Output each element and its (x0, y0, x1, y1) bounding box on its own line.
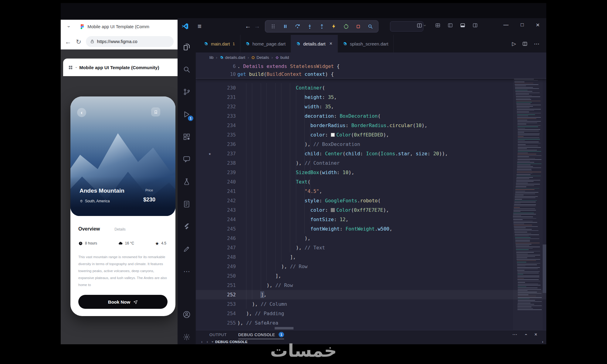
code-line[interactable]: 250 ], (196, 271, 546, 281)
breadcrumb-method[interactable]: build (275, 55, 289, 60)
back-button[interactable]: ← (65, 39, 71, 45)
line-number[interactable]: 6 (196, 62, 236, 70)
nav-back-icon[interactable]: ← (245, 23, 251, 30)
activity-chat[interactable] (179, 152, 194, 167)
panel-maximize-icon[interactable]: › (523, 334, 528, 335)
tree-scroll-chevron-icon[interactable]: › (542, 340, 543, 344)
activity-account[interactable] (179, 307, 194, 322)
code-line[interactable]: 254 ), // Padding (196, 309, 546, 318)
code-line[interactable]: 246 ), (196, 234, 546, 243)
editor-layout-dropdown[interactable]: › (416, 22, 426, 29)
code-line[interactable]: 249 ), // Row (196, 262, 546, 271)
activity-source-control[interactable] (179, 85, 194, 99)
color-swatch[interactable] (331, 133, 335, 137)
code-line[interactable]: 253 ), // Column (196, 299, 546, 309)
tree-item-debug-console[interactable]: › DEBUG CONSOLE (212, 340, 248, 344)
panel-more-icon[interactable]: ⋯ (512, 332, 517, 337)
activity-testing[interactable] (179, 174, 194, 189)
code-line[interactable]: 10get build(BuildContext context) { (196, 70, 546, 78)
code-line[interactable]: 241 "4.5", (196, 187, 546, 196)
line-number[interactable]: 242 (196, 196, 236, 205)
code-line[interactable]: 235 color: Color(0xffEDEDED), (196, 130, 546, 140)
line-number[interactable]: 248 (196, 252, 236, 262)
code-line[interactable]: 238 ), // Container (196, 158, 546, 168)
reload-button[interactable]: ↻ (76, 39, 81, 45)
line-number[interactable]: 247 (196, 243, 236, 252)
restart-icon[interactable] (340, 21, 352, 32)
nav-forward-icon[interactable]: → (254, 23, 260, 30)
line-number[interactable]: 252 (196, 290, 236, 299)
code-line[interactable]: ★237 child: Center(child: Icon(Icons.sta… (196, 149, 546, 158)
hot-reload-icon[interactable] (328, 21, 340, 32)
line-number[interactable]: 250 (196, 271, 236, 281)
figma-file-dropdown-icon[interactable]: › (74, 67, 78, 68)
line-number[interactable]: 254 (196, 309, 236, 318)
chevron-right-icon[interactable]: › (207, 340, 208, 344)
code-line[interactable]: 232 width: 35, (196, 102, 546, 111)
breadcrumb-lib[interactable]: lib (209, 55, 214, 60)
breadcrumb-class[interactable]: Details (251, 55, 269, 60)
line-number[interactable]: 10 (196, 70, 236, 78)
line-number[interactable]: 240 (196, 177, 236, 187)
panel-close-icon[interactable]: × (534, 332, 537, 337)
more-actions-button[interactable]: ⋯ (534, 40, 540, 47)
panel-tab-debug-console[interactable]: DEBUG CONSOLE 1 (238, 330, 284, 339)
tab-details-dart[interactable]: details.dart × (291, 35, 338, 52)
maximize-button[interactable]: □ (521, 22, 524, 28)
chevron-right-icon[interactable]: › (201, 340, 202, 344)
code-line[interactable]: 6. Details extends StatelessWidget { (196, 62, 546, 70)
code-lines[interactable]: 230 Container(231 height: 35,232 width: … (196, 79, 546, 330)
code-line[interactable]: 234 borderRadius: BorderRadius.circular(… (196, 121, 546, 130)
line-number[interactable]: 251 (196, 281, 236, 290)
line-number[interactable]: 255 (196, 318, 236, 328)
panel-tab-output[interactable]: OUTPUT (209, 332, 227, 337)
tab-home-page-dart[interactable]: home_page.dart (240, 35, 291, 52)
line-number[interactable]: 246 (196, 234, 236, 243)
design-phone-mockup[interactable]: ‹ Andes Mountain Price South, America $2… (70, 96, 175, 316)
line-number[interactable]: 236 (196, 140, 236, 149)
code-line[interactable]: 230 Container( (196, 83, 546, 93)
toggle-sidebar-left-icon[interactable] (447, 22, 453, 28)
code-line[interactable]: 244 fontSize: 12, (196, 215, 546, 224)
run-button[interactable]: ▷ (512, 41, 516, 47)
activity-flutter[interactable] (179, 219, 194, 234)
color-swatch[interactable] (331, 208, 335, 212)
code-line[interactable]: 240 Text( (196, 177, 546, 187)
line-number[interactable]: 235 (196, 130, 236, 140)
code-line[interactable]: 231 height: 35, (196, 93, 546, 102)
activity-settings[interactable] (179, 330, 194, 344)
activity-edit[interactable] (179, 242, 194, 256)
tab-main-dart[interactable]: main.dart 1 (199, 35, 240, 52)
line-number[interactable]: 238 (196, 158, 236, 168)
activity-search[interactable] (179, 62, 194, 77)
code-editor[interactable]: 6. Details extends StatelessWidget {10ge… (196, 62, 546, 330)
line-number[interactable]: 231 (196, 93, 236, 102)
code-line[interactable]: 245 fontWeight: FontWeight.w500, (196, 224, 546, 234)
address-bar[interactable]: https://www.figma.co (86, 36, 174, 47)
code-line[interactable]: 242 style: GoogleFonts.roboto( (196, 196, 546, 205)
line-number[interactable]: 253 (196, 299, 236, 309)
code-line[interactable]: 251 ), // Row (196, 281, 546, 290)
code-line[interactable]: 252 ], (196, 290, 546, 299)
activity-run-debug[interactable]: 1 (179, 107, 194, 122)
line-number[interactable]: 230 (196, 83, 236, 93)
line-number[interactable]: 244 (196, 215, 236, 224)
code-line[interactable]: 236 ), // BoxDecoration (196, 140, 546, 149)
customize-layout-icon[interactable] (435, 22, 441, 28)
step-into-icon[interactable] (304, 21, 316, 32)
line-number[interactable]: 233 (196, 111, 236, 121)
stop-icon[interactable] (352, 21, 364, 32)
step-out-icon[interactable] (316, 21, 328, 32)
tab-close-icon[interactable]: × (329, 41, 332, 46)
code-line[interactable]: 233 decoration: BoxDecoration( (196, 111, 546, 121)
line-number[interactable]: 232 (196, 102, 236, 111)
line-number[interactable]: 245 (196, 224, 236, 234)
pause-icon[interactable] (279, 21, 291, 32)
minimize-button[interactable]: — (503, 22, 508, 28)
toggle-panel-icon[interactable] (460, 22, 466, 28)
code-line[interactable]: 255), // SafeArea (196, 318, 546, 328)
code-line[interactable]: 248 ], (196, 252, 546, 262)
code-line[interactable]: 239 SizedBox(width: 10), (196, 168, 546, 177)
step-over-icon[interactable] (291, 21, 304, 32)
browser-tab[interactable]: Mobile app UI Template (Comm (80, 24, 149, 29)
